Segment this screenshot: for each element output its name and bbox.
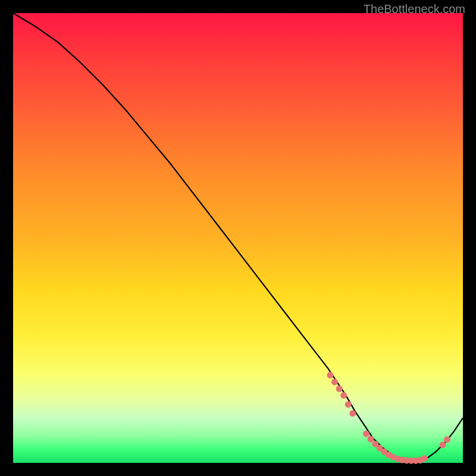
chart-markers [327,372,451,464]
chart-marker [349,410,356,416]
chart-marker [440,441,446,448]
chart-plot-area [13,13,463,463]
chart-marker [327,372,334,378]
chart-svg [13,13,463,463]
chart-marker [444,436,450,443]
chart-marker [331,378,338,385]
chart-marker [421,455,428,462]
chart-marker [340,392,347,399]
chart-line [13,13,463,461]
chart-marker [336,386,343,392]
chart-marker [345,401,352,408]
chart-marker [368,436,374,442]
chart-marker [363,430,369,437]
watermark-text: TheBottleneck.com [364,2,465,16]
